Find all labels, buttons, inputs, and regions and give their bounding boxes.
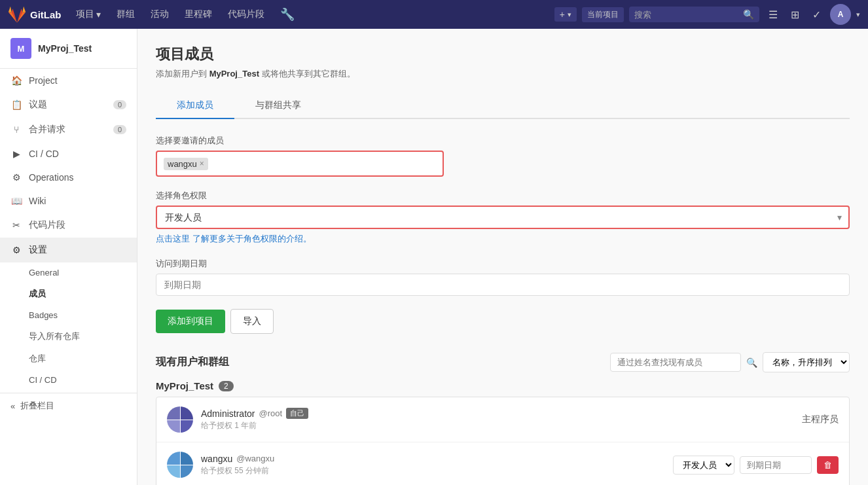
members-title-group: 现有用户和群组 <box>156 355 229 369</box>
member-date-input[interactable] <box>740 456 812 474</box>
merge-badge: 0 <box>113 125 126 134</box>
sidebar-sub-repo[interactable]: 仓库 <box>0 348 137 370</box>
ops-icon: ⚙ <box>10 172 22 183</box>
import-button[interactable]: 导入 <box>230 309 274 334</box>
role-select-wrapper: 访客 记者 开发人员 维护人员 所有者 ▾ <box>156 206 850 229</box>
issues-badge: 0 <box>113 100 126 109</box>
form-date-section: 访问到期日期 <box>156 258 850 296</box>
member-search-input[interactable] <box>610 353 741 372</box>
form-actions: 添加到项目 导入 <box>156 309 850 334</box>
form-member-section: 选择要邀请的成员 wangxu × <box>156 135 850 177</box>
member-count-badge: 2 <box>219 381 234 391</box>
snippet-icon: ✂ <box>10 220 22 230</box>
member-role: 主程序员 <box>802 414 839 425</box>
nav-projects[interactable]: 项目 ▾ <box>69 6 107 23</box>
nav-icon-1[interactable]: ☰ <box>765 6 782 24</box>
project-members-title: MyProj_Test 2 <box>156 380 850 391</box>
tab-add-member[interactable]: 添加成员 <box>156 93 234 119</box>
avatar <box>167 452 193 478</box>
member-tag: wangxu × <box>164 158 208 170</box>
sidebar-project-header: M MyProj_Test <box>0 29 137 69</box>
form-role-section: 选择角色权限 访客 记者 开发人员 维护人员 所有者 ▾ 点击这里 了解更多关于… <box>156 190 850 245</box>
nav-groups[interactable]: 群组 <box>110 6 141 23</box>
sidebar-sub-general[interactable]: General <box>0 262 137 283</box>
wiki-icon: 📖 <box>10 196 22 206</box>
sidebar-item-issues[interactable]: 📋 议题 0 <box>0 92 137 117</box>
topnav: GitLab 项目 ▾ 群组 活动 里程碑 代码片段 🔧 + ▾ 当前项目 🔍 … <box>0 0 868 29</box>
logo-text: GitLab <box>30 9 62 20</box>
sidebar-item-settings[interactable]: ⚙ 设置 <box>0 238 137 262</box>
sidebar: M MyProj_Test 🏠 Project 📋 议题 0 ⑂ 合并请求 0 … <box>0 29 137 485</box>
nav-activity[interactable]: 活动 <box>144 6 175 23</box>
logo[interactable]: GitLab <box>8 5 62 24</box>
member-since: 给予授权 1 年前 <box>201 420 794 431</box>
member-role-select[interactable]: 访客 记者 开发人员 维护人员 所有者 <box>673 456 734 475</box>
member-input-label: 选择要邀请的成员 <box>156 135 850 147</box>
sidebar-sub-badges[interactable]: Badges <box>0 305 137 325</box>
sidebar-item-project[interactable]: 🏠 Project <box>0 69 137 92</box>
tab-share-group[interactable]: 与群组共享 <box>234 93 322 119</box>
nav-icon-3[interactable]: ✓ <box>808 6 825 24</box>
issue-icon: 📋 <box>10 99 22 110</box>
search-icon: 🔍 <box>746 357 757 368</box>
nav-settings-icon[interactable]: 🔧 <box>274 5 301 24</box>
project-name-link[interactable]: MyProj_Test <box>209 69 259 79</box>
members-section-title: 现有用户和群组 <box>156 355 229 369</box>
sidebar-collapse[interactable]: « 折叠栏目 <box>0 393 137 418</box>
sidebar-sub-import[interactable]: 导入所有仓库 <box>0 325 137 348</box>
main-content: 项目成员 添加新用户到 MyProj_Test 或将他共享到其它群组。 添加成员… <box>137 29 868 485</box>
sidebar-item-wiki[interactable]: 📖 Wiki <box>0 189 137 213</box>
current-project-tag: 当前项目 <box>582 7 624 22</box>
nav-snippets[interactable]: 代码片段 <box>221 6 271 23</box>
member-search-group: 🔍 <box>610 353 757 372</box>
member-since: 给予授权 55 分钟前 <box>201 465 665 476</box>
project-name: MyProj_Test <box>38 43 92 54</box>
member-list: Administrator @root 自己 给予授权 1 年前 主程序员 <box>156 397 850 485</box>
remove-member-button[interactable]: 🗑 <box>817 456 839 474</box>
page-subtitle: 添加新用户到 MyProj_Test 或将他共享到其它群组。 <box>156 68 850 80</box>
add-button[interactable]: + ▾ <box>554 7 577 22</box>
members-controls: 🔍 名称，升序排列 <box>610 352 850 372</box>
date-input[interactable] <box>156 274 850 296</box>
sort-select[interactable]: 名称，升序排列 <box>763 352 850 372</box>
ci-icon: ▶ <box>10 149 22 159</box>
merge-icon: ⑂ <box>10 124 22 135</box>
page-title: 项目成员 <box>156 45 850 64</box>
date-label: 访问到期日期 <box>156 258 850 270</box>
avatar <box>167 406 193 433</box>
nav-icon-2[interactable]: ⊞ <box>787 6 803 24</box>
member-info: Administrator @root 自己 给予授权 1 年前 <box>201 408 794 431</box>
role-select[interactable]: 访客 记者 开发人员 维护人员 所有者 <box>156 206 850 229</box>
member-name: wangxu @wangxu <box>201 454 665 464</box>
role-label: 选择角色权限 <box>156 190 850 202</box>
role-permission-link[interactable]: 点击这里 了解更多关于角色权限的介绍。 <box>156 233 850 245</box>
sidebar-item-operations[interactable]: ⚙ Operations <box>0 166 137 189</box>
user-avatar[interactable]: A <box>830 4 851 25</box>
member-tag-remove[interactable]: × <box>200 159 204 168</box>
add-to-project-button[interactable]: 添加到项目 <box>156 310 225 333</box>
topnav-right: + ▾ 当前项目 🔍 ☰ ⊞ ✓ A ▾ <box>554 4 860 25</box>
layout: M MyProj_Test 🏠 Project 📋 议题 0 ⑂ 合并请求 0 … <box>0 29 868 485</box>
tabs: 添加成员 与群组共享 <box>156 93 850 119</box>
sidebar-item-snippets[interactable]: ✂ 代码片段 <box>0 213 137 238</box>
sidebar-item-cicd[interactable]: ▶ CI / CD <box>0 142 137 166</box>
avatar-chevron[interactable]: ▾ <box>856 10 860 19</box>
table-row: Administrator @root 自己 给予授权 1 年前 主程序员 <box>156 397 849 442</box>
sidebar-sub-members[interactable]: 成员 <box>0 283 137 305</box>
member-role-controls: 访客 记者 开发人员 维护人员 所有者 🗑 <box>673 456 839 475</box>
nav-milestones[interactable]: 里程碑 <box>178 6 219 23</box>
members-section-header: 现有用户和群组 🔍 名称，升序排列 <box>156 352 850 372</box>
search-bar: 🔍 <box>629 7 759 22</box>
sidebar-sub-ci[interactable]: CI / CD <box>0 370 137 390</box>
chevron-left-icon: « <box>10 401 15 411</box>
project-avatar: M <box>10 38 31 59</box>
member-input-box[interactable]: wangxu × <box>156 151 444 177</box>
search-input[interactable] <box>634 10 739 20</box>
member-name: Administrator @root 自己 <box>201 408 794 419</box>
sidebar-item-mergerequests[interactable]: ⑂ 合并请求 0 <box>0 117 137 142</box>
self-badge: 自己 <box>286 408 308 419</box>
settings-icon: ⚙ <box>10 245 22 255</box>
member-info: wangxu @wangxu 给予授权 55 分钟前 <box>201 454 665 476</box>
home-icon: 🏠 <box>10 75 22 86</box>
table-row: wangxu @wangxu 给予授权 55 分钟前 访客 记者 开发人员 维护… <box>156 442 849 485</box>
